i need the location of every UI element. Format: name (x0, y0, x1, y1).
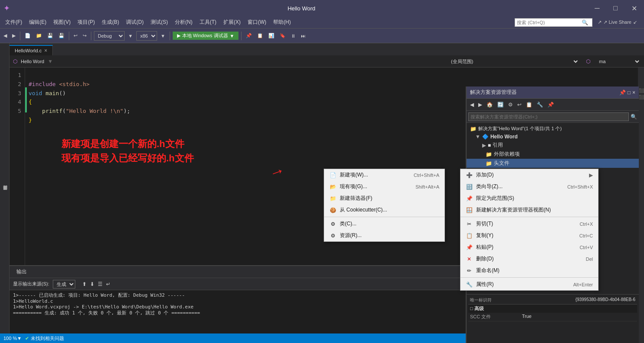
menu-build[interactable]: 生成(B) (98, 17, 122, 28)
output-source-label: 显示输出来源(S): (13, 281, 49, 287)
sol-undo-btn[interactable]: ↩ (515, 101, 523, 109)
member-select[interactable]: ma (597, 58, 641, 64)
menu-extensions[interactable]: 扩展(X) (220, 17, 244, 28)
menu-help[interactable]: 帮助(H) (270, 17, 294, 28)
scope-select[interactable]: (全局范围) (449, 58, 579, 64)
ctx2-cut[interactable]: ✂ 剪切(T) Ctrl+X (460, 218, 598, 230)
toolbar-icon-2[interactable]: 📋 (255, 32, 265, 39)
menu-analyze[interactable]: 分析(N) (171, 17, 196, 28)
menu-project[interactable]: 项目(P) (74, 17, 98, 28)
back-button[interactable]: ◀ (2, 32, 9, 39)
toolbar-icon-5[interactable]: ⏸ (289, 32, 297, 39)
output-tab-label[interactable]: 输出 (13, 266, 30, 277)
ctx2-add[interactable]: ➕ 添加(D) ▶ (460, 169, 598, 181)
menu-test[interactable]: 测试(S) (147, 17, 171, 28)
run-button[interactable]: ▶ 本地 Windows 调试器 ▼ (173, 32, 239, 40)
status-zoom[interactable]: 100 % (3, 336, 17, 341)
solution-search-icon[interactable]: 🔍 (631, 114, 637, 120)
ctx-existing-item-icon: 📂 (329, 183, 336, 190)
ctx-new-filter[interactable]: 📁 新建筛选器(F) (324, 192, 444, 204)
sol-forward-btn[interactable]: ▶ (477, 101, 484, 109)
platform-arrow[interactable]: ▼ (159, 32, 167, 39)
right-edge-icon-2[interactable]: ⬛ (639, 95, 644, 99)
ctx-cookiecutter[interactable]: 🍪 从 Cookiecutter(C)... (324, 204, 444, 216)
menu-file[interactable]: 文件(F) (2, 17, 26, 28)
sol-home-btn[interactable]: 🏠 (485, 101, 495, 109)
sol-pin-btn[interactable]: 📌 (546, 101, 556, 109)
ctx2-class-wizard[interactable]: 🔡 类向导(Z)... Ctrl+Shift+X (460, 181, 598, 192)
new-project-btn[interactable]: 📄 (23, 32, 32, 39)
tab-close-button[interactable]: × (44, 48, 47, 54)
forward-button[interactable]: ▶ (10, 32, 17, 39)
output-toolbar-up[interactable]: ⬆ (82, 281, 87, 287)
tree-item-references[interactable]: ▶ ■ 引用 (467, 141, 639, 150)
ctx-new-item[interactable]: 📄 新建项(W)... Ctrl+Shift+A (324, 169, 444, 181)
right-edge-icon-1[interactable]: ⬛ (639, 88, 644, 93)
toolbar-icon-4[interactable]: 🔖 (278, 32, 287, 39)
ctx2-delete-shortcut: Del (586, 256, 593, 262)
solution-expand-icon[interactable]: □ (628, 90, 631, 96)
search-bar[interactable]: 🔍 (515, 18, 592, 27)
ctx2-rename-label: 重命名(M) (476, 267, 593, 274)
tree-expand-project[interactable]: ▼ (475, 134, 480, 140)
ctx2-new-view[interactable]: 🪟 新建解决方案资源管理器视图(N) (460, 204, 598, 216)
menu-view[interactable]: 视图(V) (50, 17, 74, 28)
ctx2-paste[interactable]: 📌 粘贴(P) Ctrl+V (460, 241, 598, 253)
sol-copy-btn[interactable]: 📋 (524, 101, 534, 109)
editor-tab-helloworld[interactable]: HelloWorld.c × (10, 45, 53, 55)
line-change-indicator-4 (25, 96, 27, 104)
ctx2-properties[interactable]: 🔧 属性(R) Alt+Enter (460, 279, 598, 290)
solution-explorer-title: 解决方案资源管理器 (470, 89, 619, 96)
sol-settings-btn[interactable]: ⚙ (506, 101, 515, 109)
toolbar-icon-6[interactable]: ⏭ (299, 32, 307, 39)
close-button[interactable]: ✕ (628, 3, 641, 13)
platform-select[interactable]: x86 x64 (136, 31, 157, 41)
ctx2-delete[interactable]: ✕ 删除(D) Del (460, 253, 598, 265)
save-btn[interactable]: 💾 (45, 32, 55, 39)
config-arrow[interactable]: ▼ (126, 32, 135, 39)
ctx-existing-item[interactable]: 📂 现有项(G)... Shift+Alt+A (324, 181, 444, 192)
solution-close-icon[interactable]: × (632, 90, 635, 96)
sol-refresh-btn[interactable]: 🔄 (496, 101, 506, 109)
output-source-select[interactable]: 生成 (53, 280, 75, 289)
run-label: 本地 Windows 调试器 (182, 32, 228, 39)
output-toolbar-down[interactable]: ⬇ (90, 281, 94, 287)
menu-edit[interactable]: 编辑(E) (26, 17, 50, 28)
maximize-button[interactable]: □ (610, 3, 621, 13)
sidebar-server-explorer[interactable]: 服务器资源管理器 (1, 190, 9, 197)
output-toolbar-wrap[interactable]: ↵ (106, 281, 110, 287)
live-share-button[interactable]: ↗ ↗ Live Share ↙ (592, 19, 642, 25)
tree-item-header-files[interactable]: 📁 头文件 (467, 159, 639, 168)
tree-expand-references[interactable]: ▶ (482, 142, 486, 148)
debug-config-select[interactable]: Debug Release (94, 31, 125, 41)
undo-btn[interactable]: ↩ (72, 32, 79, 39)
ctx2-add-icon: ➕ (466, 172, 473, 179)
ctx2-scope[interactable]: 📌 限定为此范围(S) (460, 192, 598, 204)
ctx-resource[interactable]: ⚙ 资源(R)... (324, 230, 444, 241)
tree-item-solution-root[interactable]: 📁 解决方案"Hello Word"(1 个项目/共 1 个) (467, 125, 639, 133)
toolbar-icon-1[interactable]: 📌 (244, 32, 254, 39)
scope-icon: ⬡ (586, 58, 590, 64)
open-btn[interactable]: 📁 (34, 32, 44, 39)
search-input[interactable] (517, 20, 582, 25)
menu-window[interactable]: 窗口(W) (244, 17, 270, 28)
save-all-btn[interactable]: 💾 (57, 32, 66, 39)
output-toolbar-clear[interactable]: ☰ (98, 281, 103, 287)
menu-debug[interactable]: 调试(D) (122, 17, 147, 28)
sol-back-btn[interactable]: ◀ (468, 101, 476, 109)
sol-filter-btn[interactable]: 🔧 (535, 101, 545, 109)
ctx2-copy[interactable]: 📋 复制(Y) Ctrl+C (460, 230, 598, 241)
ctx-new-filter-label: 新建筛选器(F) (340, 195, 439, 202)
menu-tools[interactable]: 工具(T) (196, 17, 220, 28)
minimize-button[interactable]: ─ (591, 3, 603, 13)
ctx-class[interactable]: ⚙ 类(C)... (324, 218, 444, 230)
solution-pin-icon[interactable]: 📌 (619, 90, 626, 96)
toolbar-icon-3[interactable]: 📊 (267, 32, 276, 39)
status-zoom-arrow[interactable]: ▼ (17, 336, 22, 341)
ctx2-rename[interactable]: ✏ 重命名(M) (460, 265, 598, 276)
tree-item-external-deps[interactable]: 📁 外部依赖项 (467, 150, 639, 159)
solution-search-input[interactable] (468, 112, 629, 121)
tree-item-project[interactable]: ▼ 🔷 Hello Word (467, 133, 639, 141)
redo-btn[interactable]: ↪ (81, 32, 88, 39)
ctx2-properties-label: 属性(R) (476, 281, 570, 288)
